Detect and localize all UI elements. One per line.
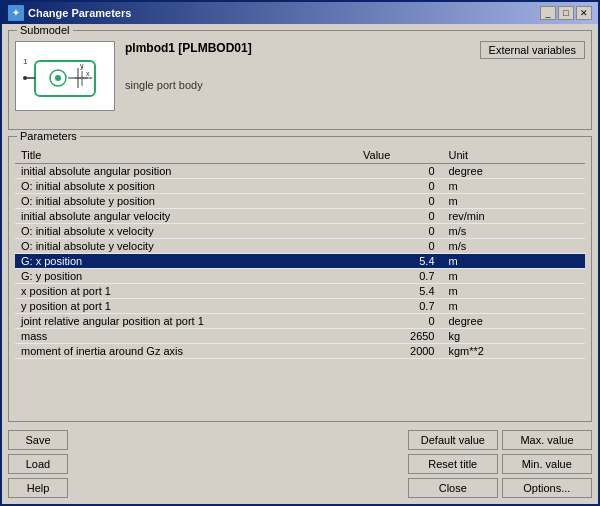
- row-value: 5.4: [357, 254, 443, 269]
- row-title: mass: [15, 329, 357, 344]
- svg-point-4: [55, 75, 61, 81]
- submodel-group: Submodel: [8, 30, 592, 130]
- options-button[interactable]: Options...: [502, 478, 592, 498]
- row-title: x position at port 1: [15, 284, 357, 299]
- row-value: 0: [357, 239, 443, 254]
- external-variables-button[interactable]: External variables: [480, 41, 585, 59]
- main-window: ✦ Change Parameters _ □ ✕ Submodel: [0, 0, 600, 506]
- table-row[interactable]: O: initial absolute x position0m: [15, 179, 585, 194]
- min-value-button[interactable]: Min. value: [502, 454, 592, 474]
- table-row[interactable]: y position at port 10.7m: [15, 299, 585, 314]
- reset-title-button[interactable]: Reset title: [408, 454, 498, 474]
- title-bar-left: ✦ Change Parameters: [8, 5, 131, 21]
- row-unit: kg: [443, 329, 586, 344]
- row-title: O: initial absolute y position: [15, 194, 357, 209]
- table-scroll[interactable]: Title Value Unit initial absolute angula…: [15, 147, 585, 415]
- row-unit: m: [443, 269, 586, 284]
- table-row[interactable]: O: initial absolute y position0m: [15, 194, 585, 209]
- bottom-right-buttons: Default value Max. value Reset title Min…: [408, 430, 592, 498]
- submodel-image: x y 1: [15, 41, 115, 111]
- table-row[interactable]: joint relative angular position at port …: [15, 314, 585, 329]
- svg-text:1: 1: [23, 57, 28, 66]
- row-value: 2650: [357, 329, 443, 344]
- table-row[interactable]: G: x position5.4m: [15, 254, 585, 269]
- row-title: initial absolute angular velocity: [15, 209, 357, 224]
- row-title: O: initial absolute x position: [15, 179, 357, 194]
- col-header-unit: Unit: [443, 147, 586, 164]
- submodel-description: single port body: [125, 79, 470, 91]
- row-unit: rev/min: [443, 209, 586, 224]
- save-button[interactable]: Save: [8, 430, 68, 450]
- row-unit: m/s: [443, 239, 586, 254]
- help-button[interactable]: Help: [8, 478, 68, 498]
- row-unit: degree: [443, 164, 586, 179]
- svg-point-2: [23, 76, 27, 80]
- row-value: 0.7: [357, 269, 443, 284]
- row-value: 0.7: [357, 299, 443, 314]
- svg-text:x: x: [86, 70, 90, 77]
- bottom-right-row-2: Reset title Min. value: [408, 454, 592, 474]
- submodel-info: plmbod1 [PLMBOD01] single port body: [125, 41, 470, 91]
- col-header-value: Value: [357, 147, 443, 164]
- bottom-buttons: Save Load Help Default value Max. value …: [8, 430, 592, 498]
- table-row[interactable]: moment of inertia around Gz axis2000kgm*…: [15, 344, 585, 359]
- close-button[interactable]: ✕: [576, 6, 592, 20]
- parameters-label: Parameters: [17, 130, 80, 142]
- window-icon: ✦: [8, 5, 24, 21]
- table-row[interactable]: G: y position0.7m: [15, 269, 585, 284]
- svg-marker-12: [90, 77, 93, 79]
- submodel-content: x y 1 plmbod1 [PLMBOD01: [15, 41, 585, 111]
- row-title: G: x position: [15, 254, 357, 269]
- table-wrapper: Title Value Unit initial absolute angula…: [15, 147, 585, 415]
- bottom-right-row-1: Default value Max. value: [408, 430, 592, 450]
- row-unit: m/s: [443, 224, 586, 239]
- submodel-name: plmbod1 [PLMBOD01]: [125, 41, 470, 55]
- row-unit: degree: [443, 314, 586, 329]
- submodel-label: Submodel: [17, 24, 73, 36]
- parameters-table: Title Value Unit initial absolute angula…: [15, 147, 585, 359]
- row-value: 2000: [357, 344, 443, 359]
- row-unit: kgm**2: [443, 344, 586, 359]
- col-header-title: Title: [15, 147, 357, 164]
- minimize-button[interactable]: _: [540, 6, 556, 20]
- title-bar-buttons: _ □ ✕: [540, 6, 592, 20]
- row-value: 0: [357, 179, 443, 194]
- row-title: O: initial absolute x velocity: [15, 224, 357, 239]
- table-row[interactable]: initial absolute angular velocity0rev/mi…: [15, 209, 585, 224]
- table-row[interactable]: x position at port 15.4m: [15, 284, 585, 299]
- bottom-left-buttons: Save Load Help: [8, 430, 68, 498]
- row-unit: m: [443, 254, 586, 269]
- close-button[interactable]: Close: [408, 478, 498, 498]
- row-value: 0: [357, 224, 443, 239]
- row-title: initial absolute angular position: [15, 164, 357, 179]
- row-value: 0: [357, 314, 443, 329]
- row-value: 0: [357, 194, 443, 209]
- row-unit: m: [443, 299, 586, 314]
- table-row[interactable]: initial absolute angular position0degree: [15, 164, 585, 179]
- parameters-group: Parameters Title Value Unit initial abso…: [8, 136, 592, 422]
- row-value: 5.4: [357, 284, 443, 299]
- window-title: Change Parameters: [28, 7, 131, 19]
- row-title: G: y position: [15, 269, 357, 284]
- table-row[interactable]: O: initial absolute y velocity0m/s: [15, 239, 585, 254]
- row-unit: m: [443, 284, 586, 299]
- row-title: O: initial absolute y velocity: [15, 239, 357, 254]
- default-value-button[interactable]: Default value: [408, 430, 498, 450]
- row-value: 0: [357, 209, 443, 224]
- table-row[interactable]: O: initial absolute x velocity0m/s: [15, 224, 585, 239]
- title-bar: ✦ Change Parameters _ □ ✕: [2, 2, 598, 24]
- max-value-button[interactable]: Max. value: [502, 430, 592, 450]
- row-title: joint relative angular position at port …: [15, 314, 357, 329]
- load-button[interactable]: Load: [8, 454, 68, 474]
- table-row[interactable]: mass2650kg: [15, 329, 585, 344]
- row-unit: m: [443, 194, 586, 209]
- row-title: y position at port 1: [15, 299, 357, 314]
- row-unit: m: [443, 179, 586, 194]
- row-title: moment of inertia around Gz axis: [15, 344, 357, 359]
- bottom-right-row-3: Close Options...: [408, 478, 592, 498]
- row-value: 0: [357, 164, 443, 179]
- window-body: Submodel: [2, 24, 598, 504]
- maximize-button[interactable]: □: [558, 6, 574, 20]
